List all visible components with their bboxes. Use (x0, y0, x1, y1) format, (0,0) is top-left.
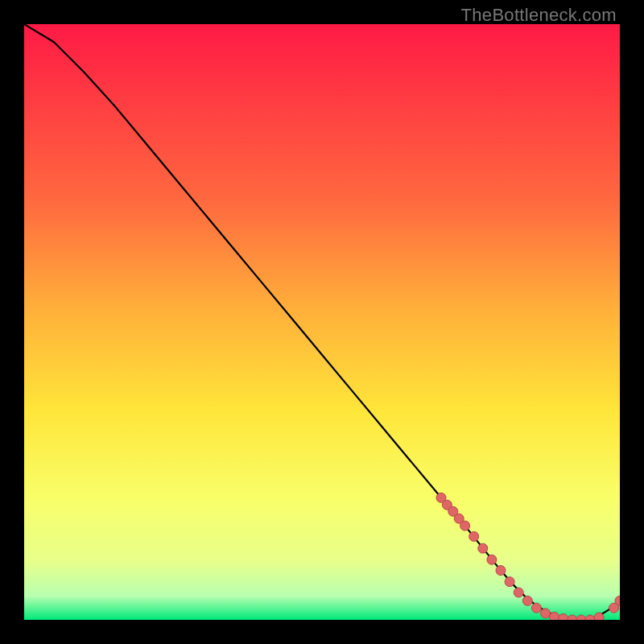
data-dot (585, 615, 595, 620)
data-dot (559, 614, 568, 620)
data-dot (568, 615, 577, 620)
data-dot (594, 613, 604, 620)
plot-area (24, 24, 620, 620)
data-dot (505, 577, 514, 587)
data-dot (460, 521, 470, 530)
data-dot (487, 555, 497, 564)
data-dot (514, 588, 523, 597)
chart-frame: TheBottleneck.com (0, 0, 644, 644)
chart-svg (24, 24, 620, 620)
data-dot (469, 531, 479, 541)
watermark-text: TheBottleneck.com (461, 5, 617, 26)
bottleneck-curve (24, 24, 620, 620)
data-dot (550, 612, 559, 620)
data-dot (496, 566, 506, 576)
data-dot (522, 596, 532, 605)
data-dot (576, 615, 586, 620)
data-dot (541, 609, 551, 618)
data-dot (531, 603, 541, 613)
data-dot (478, 543, 488, 553)
